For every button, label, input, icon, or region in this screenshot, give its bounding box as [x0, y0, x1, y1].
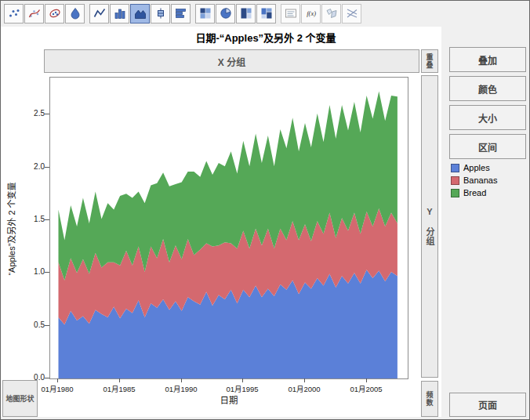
y-axis-tick [45, 378, 49, 378]
drop-zone-freq[interactable]: 频数 [421, 381, 438, 417]
graph-title[interactable]: 日期-“Apples”及另外 2 个变量 [1, 30, 530, 45]
tool-smoother-icon[interactable] [24, 4, 44, 24]
legend-item-bananas[interactable]: Bananas [451, 174, 497, 186]
drop-zone-x-group[interactable]: X 分组 [44, 49, 419, 73]
tool-caption-box-icon[interactable] [281, 4, 300, 24]
legend-item-bread[interactable]: Bread [451, 186, 497, 199]
y-tick-label: 2.5 [20, 109, 45, 118]
drop-zone-y-group[interactable]: Y 分组 [421, 75, 438, 378]
y-tick-label: 1.0 [20, 267, 45, 276]
legend-label: Apples [463, 163, 490, 172]
legend-label: Bread [463, 188, 486, 197]
legend: ApplesBananasBread [451, 161, 497, 199]
y-tick-label: 2.0 [20, 162, 45, 171]
x-tick-label: 01月2000 [281, 383, 328, 394]
tool-treemap-icon[interactable] [236, 4, 256, 24]
drop-zone-overlay[interactable]: 重叠 [421, 49, 438, 73]
tool-ellipse-icon[interactable] [45, 4, 64, 24]
drop-zone-map-shape[interactable]: 地图形状 [2, 380, 38, 417]
drop-zone-overlay-label: 重叠 [425, 53, 435, 69]
x-tick-label: 01月1995 [219, 383, 266, 394]
tool-points-icon[interactable] [4, 4, 24, 24]
interval-zone-button[interactable]: 区间 [449, 134, 526, 159]
legend-swatch [451, 189, 459, 197]
y-tick-label: 0.0 [20, 373, 45, 382]
size-zone-button[interactable]: 大小 [449, 105, 526, 130]
y-tick-label: 0.5 [20, 320, 45, 329]
legend-swatch [451, 176, 459, 185]
tool-area-icon[interactable] [130, 4, 150, 24]
x-axis-tick [366, 378, 367, 382]
y-axis-tick [45, 272, 49, 273]
x-tick-label: 01月2005 [343, 383, 390, 394]
drop-zone-x-group-label: X 分组 [218, 55, 245, 68]
tool-line-icon[interactable] [89, 4, 109, 24]
legend-label: Bananas [463, 176, 497, 185]
tool-contour-icon[interactable] [65, 4, 85, 24]
stacked-area-chart [50, 78, 408, 378]
y-tick-label: 1.5 [20, 215, 45, 223]
tool-pie-icon[interactable] [216, 4, 235, 24]
tool-bar-icon[interactable] [110, 4, 129, 24]
drop-zone-freq-label: 频数 [425, 391, 435, 407]
svg-text:f(x): f(x) [307, 9, 316, 17]
y-axis-tick [45, 325, 49, 326]
legend-item-apples[interactable]: Apples [451, 161, 497, 174]
color-zone-button[interactable]: 颜色 [449, 76, 526, 101]
y-axis-tick [45, 114, 49, 114]
x-tick-label: 01月1980 [34, 383, 81, 394]
plot-frame[interactable] [49, 77, 408, 379]
graph-builder-window: f(x) 日期-“Apples”及另外 2 个变量 X 分组 重叠 Y 分组 频… [0, 0, 530, 420]
x-axis-tick [181, 378, 182, 382]
stack-zone-button[interactable]: 叠加 [449, 47, 526, 72]
drop-zone-y-group-label: Y 分组 [423, 207, 436, 246]
tool-heatmap-icon[interactable] [195, 4, 215, 24]
x-axis-title[interactable]: 日期 [49, 393, 408, 406]
x-tick-label: 01月1985 [96, 383, 143, 394]
y-axis-title[interactable]: “Apples”及另外 2 个变量 [5, 166, 16, 291]
tool-histogram-icon[interactable] [171, 4, 191, 24]
legend-swatch [451, 164, 459, 172]
x-tick-label: 01月1990 [158, 383, 205, 394]
tool-mosaic-icon[interactable] [256, 4, 276, 24]
x-axis-tick [119, 378, 120, 382]
y-axis-tick [45, 167, 49, 168]
tool-map-shapes-icon[interactable] [321, 4, 341, 24]
y-axis-tick [45, 219, 49, 220]
x-axis-tick [304, 378, 305, 382]
tool-box-plot-icon[interactable] [151, 4, 170, 24]
x-axis-tick [57, 378, 58, 382]
toolbar: f(x) [1, 1, 530, 26]
x-axis-tick [242, 378, 243, 382]
page-zone-button[interactable]: 页面 [449, 393, 526, 417]
drop-zone-map-shape-label: 地图形状 [5, 393, 34, 404]
tool-formula-icon[interactable]: f(x) [301, 4, 321, 24]
tool-parallel-plot-icon[interactable] [342, 4, 361, 24]
